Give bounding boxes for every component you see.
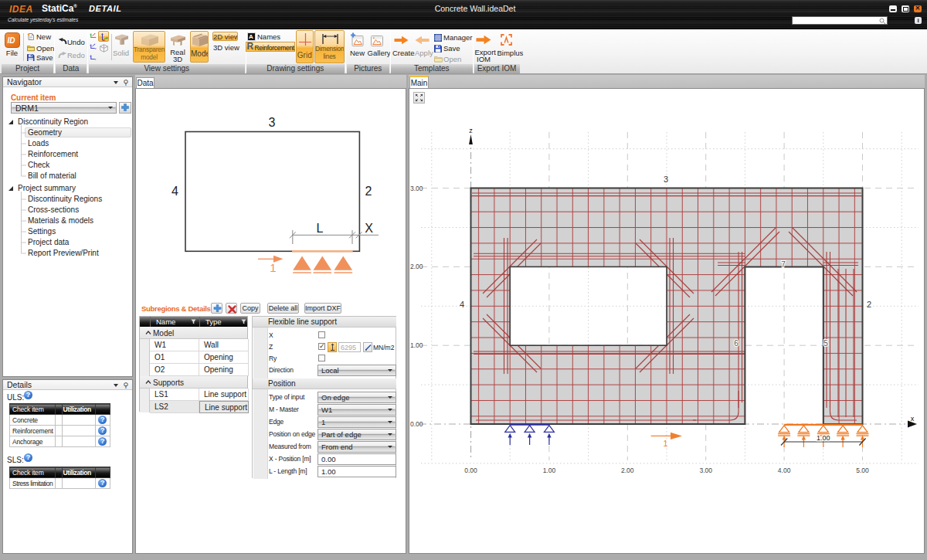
svg-text:1: 1 bbox=[270, 261, 276, 274]
svg-text:3.00: 3.00 bbox=[410, 185, 423, 192]
svg-text:x: x bbox=[911, 415, 915, 423]
svg-text:3: 3 bbox=[269, 116, 276, 129]
svg-text:5.00: 5.00 bbox=[856, 467, 869, 474]
svg-text:3: 3 bbox=[664, 175, 668, 184]
svg-text:4: 4 bbox=[171, 185, 178, 198]
svg-text:L: L bbox=[317, 222, 324, 235]
svg-text:2.00: 2.00 bbox=[410, 263, 423, 270]
svg-text:4.00: 4.00 bbox=[778, 467, 791, 474]
svg-text:1.00: 1.00 bbox=[410, 341, 423, 349]
svg-text:0.00: 0.00 bbox=[464, 467, 477, 474]
svg-text:2.00: 2.00 bbox=[621, 467, 634, 474]
svg-text:1.00: 1.00 bbox=[817, 434, 830, 442]
svg-text:4: 4 bbox=[460, 300, 464, 309]
svg-text:1.00: 1.00 bbox=[543, 467, 556, 474]
svg-text:z: z bbox=[469, 127, 473, 134]
svg-text:2: 2 bbox=[867, 300, 871, 309]
svg-text:0.00: 0.00 bbox=[410, 420, 423, 428]
svg-text:7: 7 bbox=[781, 260, 786, 269]
svg-text:5: 5 bbox=[823, 339, 828, 348]
svg-text:1: 1 bbox=[664, 439, 668, 448]
svg-text:6: 6 bbox=[734, 339, 739, 348]
svg-text:3.00: 3.00 bbox=[699, 467, 712, 474]
svg-text:2: 2 bbox=[365, 185, 372, 198]
svg-text:X: X bbox=[365, 222, 373, 235]
